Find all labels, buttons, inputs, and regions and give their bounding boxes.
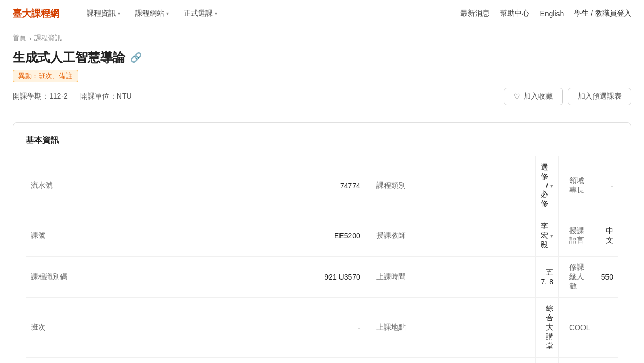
- table-row: 班次 - 上課地點 綜合大講堂 COOL: [26, 298, 618, 358]
- navbar-right: 最新消息 幫助中心 English 學生 / 教職員登入: [460, 9, 631, 18]
- table-row: 流水號 74774 課程類別 選修 / 必修 ▾: [26, 156, 618, 215]
- label-course-type: 課程類別: [376, 181, 406, 189]
- save-button[interactable]: ♡ 加入收藏: [504, 88, 563, 105]
- label-domain: 領域專長: [569, 176, 584, 194]
- label-class-section: 班次: [31, 323, 45, 331]
- chevron-down-icon: ▾: [166, 10, 169, 16]
- prelist-button[interactable]: 加入預選課表: [568, 88, 631, 105]
- value-course-id: 921 U3570: [324, 273, 360, 281]
- nav-login-button[interactable]: 學生 / 教職員登入: [574, 9, 631, 18]
- basic-info-title: 基本資訊: [26, 135, 618, 146]
- breadcrumb-home[interactable]: 首頁: [13, 33, 26, 43]
- value-total-students: 550: [601, 273, 613, 281]
- chevron-down-icon[interactable]: ▾: [550, 183, 553, 189]
- value-classroom: 綜合大講堂: [546, 304, 553, 350]
- heart-icon: ♡: [514, 92, 520, 101]
- label-total-students: 修課總人數: [569, 263, 584, 290]
- unit-label: 開課單位：NTU: [80, 92, 132, 101]
- value-class-time: 五 7, 8: [541, 268, 553, 286]
- nav-item-course-info[interactable]: 課程資訊 ▾: [80, 5, 127, 22]
- page-title: 生成式人工智慧導論: [13, 49, 125, 66]
- page-content: 生成式人工智慧導論 🔗 異動：班次、備註 開課學期：112-2 開課單位：NTU…: [0, 49, 644, 363]
- chevron-down-icon: ▾: [118, 10, 120, 16]
- title-row: 生成式人工智慧導論 🔗: [13, 49, 631, 66]
- nav-links: 課程資訊 ▾ 課程網站 ▾ 正式選課 ▾: [80, 5, 460, 22]
- value-course-type: 選修 / 必修: [541, 163, 548, 209]
- table-row: 學分 2 加選方式 2: [26, 358, 618, 364]
- value-domain: -: [611, 182, 613, 190]
- value-language: 中文: [606, 226, 613, 244]
- nav-english[interactable]: English: [540, 9, 564, 18]
- nav-latest-news[interactable]: 最新消息: [460, 9, 490, 18]
- table-row: 課號 EE5200 授課教師 李宏毅 ▾ 授: [26, 215, 618, 257]
- link-icon[interactable]: 🔗: [130, 52, 142, 63]
- alert-badge: 異動：班次、備註: [13, 70, 78, 82]
- value-course-no: EE5200: [334, 232, 360, 240]
- basic-info-table: 流水號 74774 課程類別 選修 / 必修 ▾: [26, 156, 618, 363]
- semester-label: 開課學期：112-2: [13, 92, 68, 101]
- chevron-down-icon: ▾: [215, 10, 217, 16]
- meta-row: 開課學期：112-2 開課單位：NTU: [13, 92, 132, 101]
- value-teacher: 李宏毅: [541, 222, 548, 250]
- action-row: ♡ 加入收藏 加入預選課表: [504, 88, 631, 105]
- label-class-time: 上課時間: [376, 272, 406, 281]
- breadcrumb: 首頁 › 課程資訊: [0, 27, 644, 49]
- navbar: 臺大課程網 課程資訊 ▾ 課程網站 ▾ 正式選課 ▾ 最新消息 幫助中心 Eng…: [0, 0, 644, 27]
- basic-info-card: 基本資訊 流水號 74774 課程類別 選修 / 必修: [13, 122, 631, 363]
- label-serial: 流水號: [31, 181, 53, 189]
- nav-item-course-select[interactable]: 正式選課 ▾: [177, 5, 224, 22]
- breadcrumb-sep: ›: [29, 34, 31, 42]
- label-language: 授課語言: [569, 226, 584, 244]
- label-course-id: 課程識別碼: [31, 272, 67, 281]
- label-course-no: 課號: [31, 231, 45, 239]
- label-classroom: 上課地點: [376, 323, 406, 331]
- value-serial: 74774: [340, 182, 360, 190]
- table-row: 課程識別碼 921 U3570 上課時間 五 7, 8 修課總人數: [26, 257, 618, 298]
- label-teacher: 授課教師: [376, 231, 406, 239]
- value-class-section: -: [358, 323, 360, 332]
- chevron-down-icon[interactable]: ▾: [550, 233, 553, 239]
- site-logo[interactable]: 臺大課程網: [13, 7, 59, 20]
- nav-item-course-site[interactable]: 課程網站 ▾: [129, 5, 175, 22]
- nav-help-center[interactable]: 幫助中心: [500, 9, 529, 18]
- breadcrumb-current: 課程資訊: [34, 33, 62, 43]
- label-cool: COOL: [569, 323, 590, 332]
